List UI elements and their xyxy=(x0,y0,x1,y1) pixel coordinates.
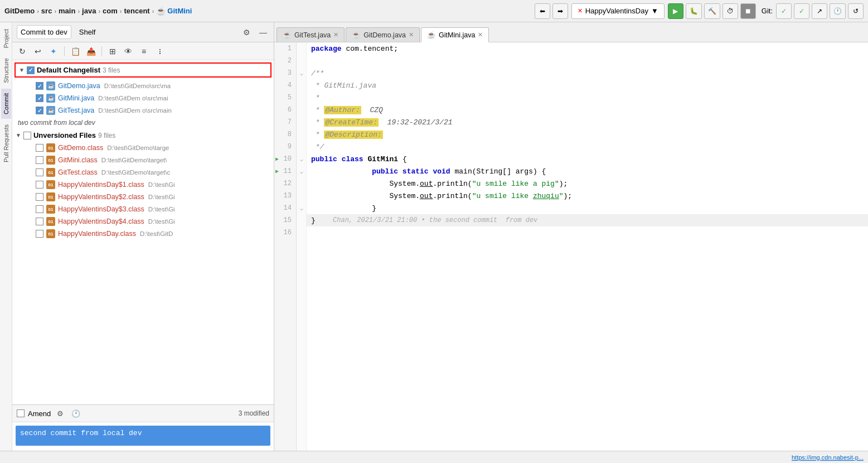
sidebar-tab-project[interactable]: Project xyxy=(1,25,11,52)
class-checkbox-gitdemo[interactable] xyxy=(36,144,43,152)
toolbar-group-vcs: ⬅ ➡ xyxy=(535,3,568,19)
class-checkbox-hvd2[interactable] xyxy=(36,193,43,201)
stop-btn[interactable]: ⏹ xyxy=(740,3,756,19)
tab-close-gitmini[interactable]: ✕ xyxy=(478,31,483,38)
file-item-gittest-class[interactable]: 01 GitTest.class D:\test\GitDemo\target\… xyxy=(12,166,274,179)
tab-commit-to-dev[interactable]: Commit to dev xyxy=(17,25,71,39)
editor-tab-gittest[interactable]: ☕ GitTest.java ✕ xyxy=(277,27,345,42)
unversioned-header[interactable]: ▼ Unversioned Files 9 files xyxy=(12,129,274,142)
class-icon-gitdemo: 01 xyxy=(46,143,55,152)
file-checkbox-gittest[interactable] xyxy=(36,107,43,114)
tab-close-gitdemo[interactable]: ✕ xyxy=(409,31,414,38)
class-checkbox-hvd3[interactable] xyxy=(36,205,43,213)
changelist-checkbox[interactable] xyxy=(27,66,35,74)
git-arrow-btn[interactable]: ↗ xyxy=(812,3,827,19)
code-line-9[interactable]: */ xyxy=(307,141,868,153)
commit-message-input[interactable]: second commit from local dev xyxy=(16,426,270,446)
vcs-push-btn[interactable]: ➡ xyxy=(552,3,568,19)
file-item-gitmini-class[interactable]: 01 GitMini.class D:\test\GitDemo\target\ xyxy=(12,154,274,166)
fold-icon-14[interactable]: ⌵ xyxy=(300,205,303,211)
class-icon-hvd3: 01 xyxy=(46,205,55,214)
commit-settings-btn[interactable]: 📋 xyxy=(69,45,82,58)
git-check2-btn[interactable]: ✓ xyxy=(794,3,809,19)
build-btn[interactable]: 🔨 xyxy=(704,3,720,19)
class-path-hvd3: D:\test\Gi xyxy=(148,206,175,213)
line-num-4: 4 xyxy=(274,79,296,91)
editor-tab-gitmini[interactable]: ☕ GitMini.java ✕ xyxy=(421,27,489,42)
code-line-4[interactable]: * GitMini.java xyxy=(307,79,868,91)
chevron-unversioned: ▼ xyxy=(16,132,21,138)
branch-x-icon: ✕ xyxy=(578,7,583,15)
commit-panel: Commit to dev Shelf ⚙ — ↻ ↩ ✦ 📋 📤 ⊞ 👁 ≡ … xyxy=(12,22,274,451)
code-line-1[interactable]: package com.tencent; xyxy=(307,42,868,55)
vcs-action-btn[interactable]: ✦ xyxy=(47,45,60,58)
refresh-btn[interactable]: ↻ xyxy=(16,45,29,58)
code-line-10[interactable]: public class GitMini { xyxy=(307,153,868,165)
file-item-gittest-java[interactable]: ☕ GitTest.java D:\test\GitDem o\src\main xyxy=(12,104,274,117)
panel-settings-btn[interactable]: ⚙ xyxy=(240,26,253,38)
class-checkbox-gitmini[interactable] xyxy=(36,156,43,164)
file-item-hvd1-class[interactable]: 01 HappyValentinsDay$1.class D:\test\Gi xyxy=(12,179,274,191)
stash-btn[interactable]: 📤 xyxy=(84,45,98,58)
sort-btn[interactable]: ≡ xyxy=(137,45,151,58)
amend-checkbox[interactable] xyxy=(17,409,25,417)
rollback-btn[interactable]: ↩ xyxy=(31,45,45,58)
diff-btn[interactable]: ⊞ xyxy=(106,45,119,58)
breadcrumb-gitdemo[interactable]: GitDemo xyxy=(4,7,35,15)
sidebar-tab-commit[interactable]: Commit xyxy=(1,89,11,119)
file-checkbox-gitmini[interactable] xyxy=(36,94,43,102)
code-line-8[interactable]: * @Description: xyxy=(307,128,868,141)
code-line-3[interactable]: /** xyxy=(307,67,868,79)
fold-icon-10[interactable]: ⌵ xyxy=(300,156,303,162)
status-url[interactable]: https://img.cdn.nabesit-p... xyxy=(792,454,864,461)
code-line-11[interactable]: public static void main(String[] args) { xyxy=(307,165,868,177)
git-history-btn[interactable]: 🕐 xyxy=(830,3,846,19)
editor-tab-gitdemo[interactable]: ☕ GitDemo.java ✕ xyxy=(346,27,420,42)
fold-icon-3[interactable]: ⌵ xyxy=(300,70,303,76)
branch-selector[interactable]: ✕ HappyValentinsDay ▼ xyxy=(571,3,665,19)
eye-btn[interactable]: 👁 xyxy=(122,45,135,58)
class-checkbox-hvd4[interactable] xyxy=(36,218,43,225)
profile-btn[interactable]: ⏱ xyxy=(722,3,738,19)
line-num-11: 11▶ xyxy=(274,165,296,177)
git-check1-btn[interactable]: ✓ xyxy=(776,3,792,19)
file-item-gitmini-java[interactable]: ☕ GitMini.java D:\test\GitDem o\src\mai xyxy=(12,92,274,104)
git-undo-btn[interactable]: ↺ xyxy=(848,3,864,19)
code-line-13[interactable]: System.out.println("u smile like zhuqiu"… xyxy=(307,190,868,202)
code-line-6[interactable]: * @Author: CZQ xyxy=(307,104,868,116)
code-line-12[interactable]: System.out.println("u smile like a pig")… xyxy=(307,177,868,190)
file-item-hvd3-class[interactable]: 01 HappyValentinsDay$3.class D:\test\Gi xyxy=(12,203,274,215)
fold-icon-11[interactable]: ⌵ xyxy=(300,168,303,175)
code-line-16[interactable] xyxy=(307,226,868,239)
code-line-2[interactable] xyxy=(307,55,868,67)
class-name-hvd4: HappyValentinsDay$4.class xyxy=(58,218,144,225)
amend-history-icon[interactable]: 🕐 xyxy=(70,407,82,419)
tab-close-gittest[interactable]: ✕ xyxy=(333,31,338,38)
changelist-header-default[interactable]: ▼ Default Changelist 3 files xyxy=(14,62,271,78)
class-checkbox-gittest[interactable] xyxy=(36,168,43,176)
group-btn[interactable]: ⫶ xyxy=(153,45,166,58)
breadcrumb-gitmini[interactable]: ☕ GitMini xyxy=(156,7,192,16)
debug-btn[interactable]: 🐛 xyxy=(686,3,702,19)
code-line-7[interactable]: * @CreateTime: 19:32-2021/3/21 xyxy=(307,116,868,128)
unversioned-checkbox[interactable] xyxy=(23,132,31,139)
code-line-15[interactable]: } Chan, 2021/3/21 21:00 • the second com… xyxy=(307,214,868,226)
run-btn[interactable]: ▶ xyxy=(668,3,683,19)
sidebar-tab-pull-requests[interactable]: Pull Requests xyxy=(1,120,11,167)
file-item-hvd-class[interactable]: 01 HappyValentinsDay.class D:\test\GitD xyxy=(12,228,274,240)
file-item-gitdemo-java[interactable]: ☕ GitDemo.java D:\test\GitDemo\src\ma xyxy=(12,80,274,92)
class-checkbox-hvd1[interactable] xyxy=(36,181,43,189)
code-line-5[interactable]: * xyxy=(307,91,868,104)
file-checkbox-gitdemo[interactable] xyxy=(36,82,43,90)
class-name-hvd1: HappyValentinsDay$1.class xyxy=(58,181,144,189)
file-item-gitdemo-class[interactable]: 01 GitDemo.class D:\test\GitDemo\targe xyxy=(12,142,274,154)
tab-shelf[interactable]: Shelf xyxy=(76,26,99,38)
vcs-update-btn[interactable]: ⬅ xyxy=(535,3,550,19)
panel-minimize-btn[interactable]: — xyxy=(257,26,269,38)
amend-settings-icon[interactable]: ⚙ xyxy=(54,407,66,419)
file-item-hvd2-class[interactable]: 01 HappyValentinsDay$2.class D:\test\Gi xyxy=(12,191,274,203)
code-line-14[interactable]: } xyxy=(307,202,868,214)
file-item-hvd4-class[interactable]: 01 HappyValentinsDay$4.class D:\test\Gi xyxy=(12,215,274,228)
class-checkbox-hvd[interactable] xyxy=(36,230,43,238)
sidebar-tab-structure[interactable]: Structure xyxy=(1,54,11,88)
